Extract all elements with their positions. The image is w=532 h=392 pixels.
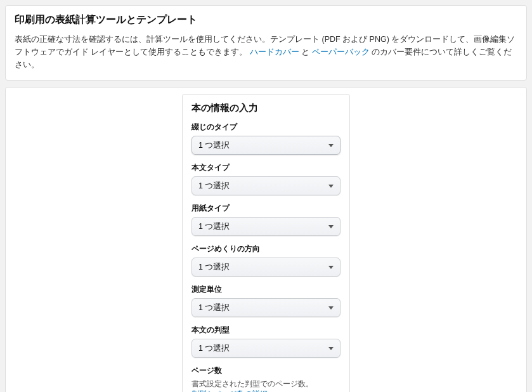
page-direction-select[interactable]: 1 つ選択 (191, 258, 341, 277)
field-paper-type: 用紙タイプ 1 つ選択 (191, 203, 341, 236)
chevron-down-icon (328, 266, 334, 269)
field-page-direction: ページめくりの方向 1 つ選択 (191, 244, 341, 277)
measurement-unit-select[interactable]: 1 つ選択 (191, 298, 341, 317)
measurement-unit-label: 測定単位 (191, 284, 341, 295)
binding-type-select[interactable]: 1 つ選択 (191, 136, 341, 155)
field-interior-type: 本文タイプ 1 つ選択 (191, 162, 341, 195)
interior-type-label: 本文タイプ (191, 162, 341, 173)
chevron-down-icon (328, 185, 334, 188)
book-info-form: 本の情報の入力 綴じのタイプ 1 つ選択 本文タイプ 1 つ選択 用紙タイプ 1… (182, 94, 350, 392)
trim-size-label: 本文の判型 (191, 325, 341, 336)
field-trim-size: 本文の判型 1 つ選択 (191, 325, 341, 358)
chevron-down-icon (328, 347, 334, 350)
info-card: 印刷用の表紙計算ツールとテンプレート 表紙の正確な寸法を確認するには、計算ツール… (5, 5, 527, 81)
page-count-label: ページ数 (191, 365, 341, 376)
page-direction-label: ページめくりの方向 (191, 244, 341, 254)
chevron-down-icon (328, 144, 334, 147)
page-count-subtext: 書式設定された判型でのページ数。 (191, 379, 341, 389)
chevron-down-icon (328, 225, 334, 228)
chevron-down-icon (328, 306, 334, 310)
page-title: 印刷用の表紙計算ツールとテンプレート (15, 13, 517, 27)
trim-size-select[interactable]: 1 つ選択 (191, 339, 341, 358)
form-title: 本の情報の入力 (191, 102, 341, 114)
paper-type-label: 用紙タイプ (191, 203, 341, 214)
page-description: 表紙の正確な寸法を確認するには、計算ツールを使用してください。テンプレート (P… (15, 33, 517, 71)
field-measurement-unit: 測定単位 1 つ選択 (191, 284, 341, 317)
binding-type-label: 綴じのタイプ (191, 122, 341, 133)
field-binding-type: 綴じのタイプ 1 つ選択 (191, 122, 341, 155)
hardcover-link[interactable]: ハードカバー (250, 48, 299, 56)
field-page-count: ページ数 書式設定された判型でのページ数。 判型とページ数の詳細 (191, 365, 341, 392)
interior-type-select[interactable]: 1 つ選択 (191, 176, 341, 195)
paperback-link[interactable]: ペーパーバック (312, 48, 370, 56)
form-area: 本の情報の入力 綴じのタイプ 1 つ選択 本文タイプ 1 つ選択 用紙タイプ 1… (5, 87, 527, 392)
paper-type-select[interactable]: 1 つ選択 (191, 217, 341, 236)
